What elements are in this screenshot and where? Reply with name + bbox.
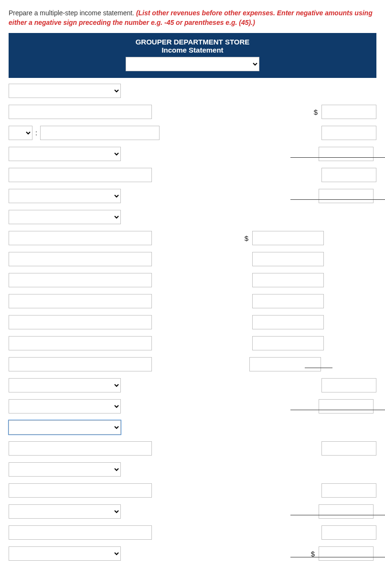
line-label-select[interactable]: [9, 504, 121, 519]
statement-row: [9, 483, 376, 498]
line-label-select[interactable]: [9, 210, 121, 224]
amount-input[interactable]: [321, 483, 376, 498]
statement-row: [9, 189, 376, 203]
statement-row: $: [9, 546, 376, 561]
statement-row: [9, 273, 376, 287]
amount-input[interactable]: [319, 504, 374, 519]
statement-header: GROUPER DEPARTMENT STORE Income Statemen…: [9, 33, 376, 78]
label-separator: :: [35, 129, 37, 137]
amount-input[interactable]: [321, 378, 376, 392]
statement-row: $: [9, 231, 376, 245]
statement-row: [9, 399, 376, 414]
line-label-select[interactable]: [9, 378, 121, 392]
statement-row: [9, 210, 376, 224]
amount-input[interactable]: [319, 147, 374, 161]
line-label-select[interactable]: [9, 84, 121, 98]
statement-row: $: [9, 105, 376, 119]
line-label-input[interactable]: [9, 336, 152, 350]
line-label-input[interactable]: [9, 231, 152, 245]
amount-input[interactable]: [321, 441, 376, 456]
line-label-select[interactable]: [9, 462, 121, 477]
subtotal-input[interactable]: [252, 315, 324, 329]
line-label-select[interactable]: [9, 189, 121, 203]
dollar-sign: $: [311, 550, 315, 558]
statement-row: [9, 294, 376, 308]
line-label-input[interactable]: [9, 441, 152, 456]
statement-row: [9, 420, 376, 435]
statement-row: [9, 462, 376, 477]
amount-input[interactable]: [321, 525, 376, 540]
amount-input[interactable]: [319, 399, 374, 414]
amount-input[interactable]: [321, 168, 376, 182]
statement-row: [9, 504, 376, 519]
line-label-input[interactable]: [9, 252, 152, 266]
subtotal-input[interactable]: [252, 294, 324, 308]
line-label-input[interactable]: [9, 273, 152, 287]
statement-title: Income Statement: [9, 46, 376, 54]
line-label-input[interactable]: [9, 315, 152, 329]
line-label-input[interactable]: [9, 294, 152, 308]
line-label-input[interactable]: [9, 105, 152, 119]
statement-row: [9, 147, 376, 161]
statement-row: [9, 84, 376, 98]
statement-row: [9, 252, 376, 266]
statement-row: [9, 315, 376, 329]
line-label-input[interactable]: [9, 357, 152, 371]
subtotal-input[interactable]: [252, 252, 324, 266]
line-label-input[interactable]: [9, 168, 152, 182]
subtotal-input[interactable]: [252, 231, 324, 245]
subtotal-input[interactable]: [252, 336, 324, 350]
statement-row: [9, 168, 376, 182]
line-label-select[interactable]: [9, 546, 121, 561]
line-label-select[interactable]: [9, 420, 121, 435]
line-label-input[interactable]: [9, 483, 152, 498]
statement-row: [9, 378, 376, 392]
amount-input[interactable]: [321, 126, 376, 140]
amount-input[interactable]: [319, 546, 374, 561]
amount-input[interactable]: [319, 189, 374, 203]
period-select[interactable]: [126, 57, 259, 71]
statement-row: [9, 525, 376, 540]
statement-row: [9, 336, 376, 350]
dollar-sign: $: [245, 234, 248, 242]
dollar-sign: $: [314, 108, 318, 116]
line-label-select[interactable]: [9, 147, 121, 161]
company-name: GROUPER DEPARTMENT STORE: [9, 38, 376, 46]
statement-row: [9, 357, 376, 371]
subtotal-input[interactable]: [249, 357, 321, 371]
statement-row: [9, 441, 376, 456]
amount-input[interactable]: [321, 105, 376, 119]
subtotal-input[interactable]: [252, 273, 324, 287]
line-label-input[interactable]: [9, 525, 152, 540]
instructions: Prepare a multiple-step income statement…: [9, 9, 376, 27]
line-prefix-select[interactable]: [9, 126, 32, 140]
instructions-lead: Prepare a multiple-step income statement…: [9, 9, 136, 17]
statement-body: $:$$: [9, 84, 376, 561]
statement-row: :: [9, 126, 376, 140]
line-label-input[interactable]: [40, 126, 160, 140]
line-label-select[interactable]: [9, 399, 121, 414]
